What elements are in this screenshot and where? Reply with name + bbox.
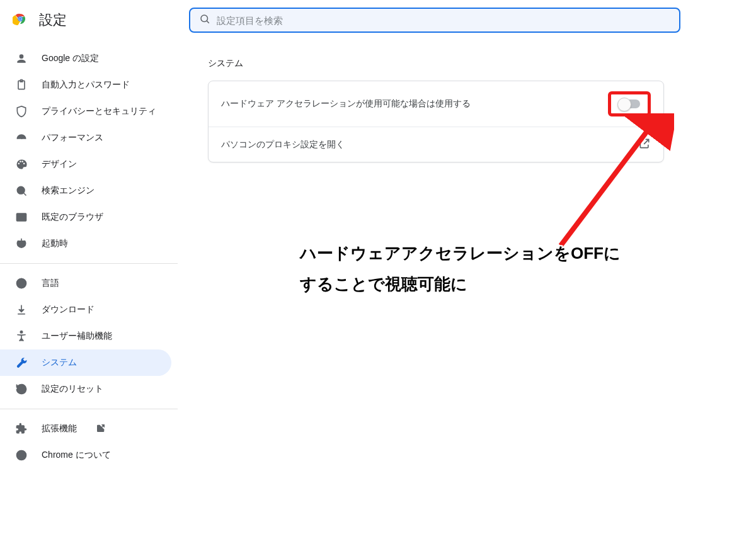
nav-divider [0, 409, 178, 409]
search-icon [199, 13, 210, 27]
svg-line-8 [24, 193, 26, 196]
sidebar-item-label: パフォーマンス [42, 132, 103, 144]
globe-icon [15, 277, 28, 290]
sidebar-item-label: 設定のリセット [42, 383, 103, 395]
sidebar-item-search-engine[interactable]: 検索エンジン [0, 178, 171, 204]
svg-point-4 [201, 15, 208, 22]
sidebar-item-about[interactable]: Chrome について [0, 442, 171, 468]
clipboard-icon [15, 79, 28, 91]
sidebar-item-google[interactable]: Google の設定 [0, 45, 171, 72]
sidebar-item-autofill[interactable]: 自動入力とパスワード [0, 72, 171, 98]
row-label: パソコンのプロキシ設定を開く [221, 139, 345, 150]
browser-icon [15, 211, 28, 224]
wrench-icon [15, 356, 28, 369]
sidebar-item-label: Google の設定 [42, 53, 99, 64]
accessibility-icon [15, 330, 28, 343]
search-box[interactable] [189, 8, 680, 33]
sidebar-item-system[interactable]: システム [0, 349, 171, 376]
power-icon [15, 237, 28, 250]
sidebar-item-label: 既定のブラウザ [42, 212, 103, 223]
sidebar-item-label: プライバシーとセキュリティ [42, 106, 156, 117]
sidebar-item-language[interactable]: 言語 [0, 270, 171, 297]
sidebar-item-label: ダウンロード [42, 304, 94, 315]
chrome-outline-icon [15, 449, 28, 462]
sidebar-item-label: 自動入力とパスワード [42, 79, 130, 91]
page-title: 設定 [39, 11, 67, 30]
sidebar-item-label: Chrome について [42, 450, 111, 461]
section-title: システム [208, 58, 664, 69]
sidebar-item-appearance[interactable]: デザイン [0, 151, 171, 178]
download-icon [15, 304, 28, 316]
sidebar-item-label: ユーザー補助機能 [42, 331, 112, 342]
row-label: ハードウェア アクセラレーションが使用可能な場合は使用する [221, 98, 471, 110]
svg-rect-9 [17, 213, 26, 221]
sidebar: Google の設定 自動入力とパスワード プライバシーとセキュリティ パフォー… [0, 40, 178, 468]
annotation-line1: ハードウェアアクセラレーションをOFFに [300, 238, 621, 269]
sidebar-item-label: 言語 [42, 278, 59, 289]
sidebar-item-label: 起動時 [42, 238, 68, 249]
person-icon [15, 52, 28, 65]
open-external-icon [638, 137, 651, 152]
search-input[interactable] [217, 15, 670, 26]
external-link-icon [96, 423, 106, 435]
annotation-highlight-box [608, 91, 651, 116]
sidebar-item-startup[interactable]: 起動時 [0, 230, 171, 257]
hardware-acceleration-toggle[interactable] [619, 99, 640, 108]
sidebar-item-label: 拡張機能 [42, 423, 77, 434]
sidebar-item-label: デザイン [42, 159, 77, 170]
header: 設定 [0, 0, 756, 40]
svg-point-15 [20, 331, 22, 333]
sidebar-item-label: 検索エンジン [42, 185, 94, 196]
svg-line-5 [207, 21, 209, 23]
nav-divider [0, 263, 178, 264]
sidebar-item-reset[interactable]: 設定のリセット [0, 376, 171, 402]
sidebar-item-accessibility[interactable]: ユーザー補助機能 [0, 323, 171, 349]
row-hardware-acceleration: ハードウェア アクセラレーションが使用可能な場合は使用する [209, 81, 663, 127]
chrome-logo-icon [13, 11, 28, 29]
sidebar-item-extensions[interactable]: 拡張機能 [0, 416, 171, 442]
sidebar-item-downloads[interactable]: ダウンロード [0, 297, 171, 323]
search-wrap [189, 8, 680, 33]
sidebar-item-performance[interactable]: パフォーマンス [0, 125, 171, 151]
svg-point-3 [19, 18, 21, 20]
search-icon [15, 184, 28, 197]
sidebar-item-privacy[interactable]: プライバシーとセキュリティ [0, 98, 171, 125]
sidebar-item-label: システム [42, 357, 77, 368]
extension-icon [15, 423, 28, 435]
settings-card: ハードウェア アクセラレーションが使用可能な場合は使用する パソコンのプロキシ設… [208, 81, 664, 162]
restore-icon [15, 383, 28, 395]
speedometer-icon [15, 132, 28, 144]
shield-icon [15, 105, 28, 118]
svg-point-7 [17, 186, 25, 194]
annotation-text: ハードウェアアクセラレーションをOFFに することで視聴可能に [300, 238, 621, 300]
row-proxy-settings[interactable]: パソコンのプロキシ設定を開く [209, 127, 663, 162]
annotation-line2: することで視聴可能に [300, 269, 621, 300]
sidebar-item-default-browser[interactable]: 既定のブラウザ [0, 204, 171, 230]
header-title: 設定 [13, 11, 189, 30]
palette-icon [15, 158, 28, 171]
